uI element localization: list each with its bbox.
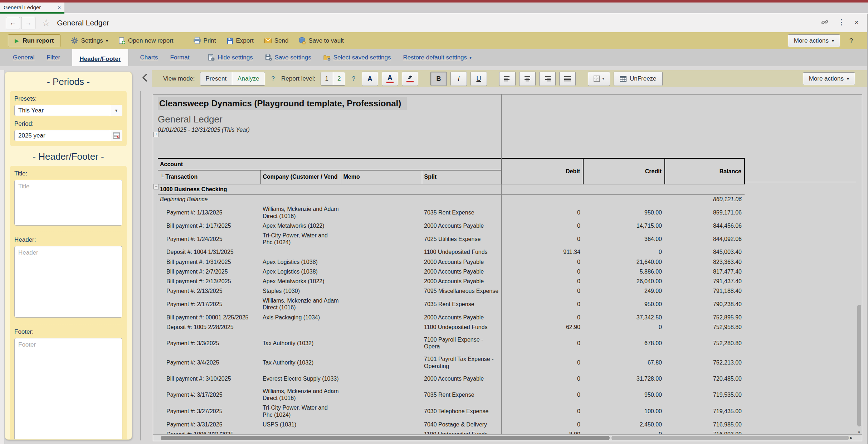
align-left-button[interactable] [499,72,516,86]
analyze-button[interactable]: Analyze [232,72,264,85]
tab-charts[interactable]: Charts [140,54,158,61]
table-row[interactable]: Bill payment #: 2/13/2025 Apex Metalwork… [158,276,745,286]
table-row[interactable]: Bill payment #: 1/31/2025 Apex Logistics… [158,257,745,267]
link-icon[interactable] [821,19,828,26]
send-button[interactable]: Send [264,37,289,44]
footer-input[interactable] [14,338,122,440]
cell-credit: 0 [583,247,665,257]
tab-filter[interactable]: Filter [47,54,60,61]
expand-toggle[interactable]: + [153,132,159,137]
table-row[interactable]: Bill payment #: 2/7/2025 Apex Logistics … [158,267,745,276]
report-level-2-button[interactable]: 2 [333,72,345,85]
table-row[interactable]: Payment #: 3/4/2025 Tax Authority (1032)… [158,354,745,371]
tree-corner-icon: └ [160,174,164,180]
align-center-button[interactable] [519,72,536,86]
restore-default-settings-link[interactable]: Restore default settings ▾ [403,54,472,61]
tab-general[interactable]: General [13,54,34,61]
view-mode-help[interactable]: ? [272,75,275,82]
cell-split: 7095 Miscellaneous Expense [422,286,502,296]
present-button[interactable]: Present [200,72,233,85]
hide-settings-link[interactable]: Hide settings [208,54,253,61]
run-report-button[interactable]: ▶ Run report [8,34,60,47]
unfreeze-button[interactable]: UnFreeze [614,72,663,86]
font-underline-color-button[interactable]: A [382,72,398,86]
open-new-report-button[interactable]: Open new report [119,37,174,44]
cell-transaction: Bill payment #: 2/13/2025 [158,276,260,286]
cell-company [260,184,341,194]
table-row[interactable]: Payment #: 3/31/2025 USPS (1031) 7040 Po… [158,420,745,429]
help-button[interactable]: ? [849,37,853,45]
pane-splitter[interactable] [140,91,141,440]
period-field[interactable]: 2025 year [14,130,122,141]
presets-select[interactable]: This Year ▾ [14,105,122,116]
table-row[interactable]: Payment #: 1/13/2025 Williams, Mckenzie … [158,204,745,221]
column-credit[interactable]: Credit [583,159,665,184]
column-transaction[interactable]: └Transaction [158,170,260,184]
collapse-toggle[interactable]: − [153,184,159,189]
table-row[interactable]: Payment #: 2/17/2025 Williams, Mckenzie … [158,296,745,312]
scroll-down-arrow[interactable]: ▼ [857,430,861,434]
align-justify-button[interactable] [559,72,576,86]
italic-button[interactable]: I [450,72,467,86]
scroll-right-arrow[interactable]: ▶ [850,436,853,440]
table-row[interactable]: Payment #: 3/3/2025 Tax Authority (1032)… [158,332,745,354]
highlight-color-button[interactable] [402,72,418,86]
table-row[interactable]: Payment #: 3/17/2025 Williams, Mckenzie … [158,386,745,403]
report-level-1-button[interactable]: 1 [321,72,333,85]
column-account[interactable]: Account [158,159,502,170]
font-color-button[interactable]: A [362,72,378,86]
column-memo[interactable]: Memo [341,170,422,184]
align-right-button[interactable] [539,72,556,86]
cell-company: Williams, Mckenzie and Adam Direct (1016… [260,204,341,221]
calendar-button[interactable] [110,130,122,141]
kebab-menu-icon[interactable]: ⋮ [838,18,845,26]
back-button[interactable]: ← [6,17,20,29]
more-actions-button[interactable]: More actions ▾ [788,34,840,47]
column-company[interactable]: Company (Customer / Vend [260,170,341,184]
close-icon[interactable]: × [854,18,859,26]
h-scroll-thumb[interactable] [161,436,610,440]
report-level-help[interactable]: ? [352,75,355,82]
tab-general-ledger[interactable]: General Ledger × [0,3,64,12]
save-settings-link[interactable]: Save settings [265,54,311,61]
column-debit[interactable]: Debit [502,159,583,184]
table-row[interactable]: Payment #: 2/13/2025 Staples (1030) 7095… [158,286,745,296]
cell-debit: 0 [502,286,583,296]
table-row[interactable]: Payment #: 1/24/2025 Tri-City Power, Wat… [158,231,745,247]
forward-button[interactable]: → [21,17,35,29]
borders-button[interactable]: ▾ [588,72,610,86]
table-row[interactable]: Deposit #: 1005 2/28/2025 1100 Undeposit… [158,322,745,332]
vault-database-icon [299,37,306,44]
tab-close-icon[interactable]: × [58,4,61,10]
column-balance[interactable]: Balance [665,159,745,184]
underline-button[interactable]: U [470,72,487,86]
column-split[interactable]: Split [422,170,502,184]
collapse-sidebar-button[interactable] [140,73,149,83]
export-button[interactable]: Export [227,37,254,44]
table-row[interactable]: Bill payment #: 00001 2/25/2025 Axis Pac… [158,313,745,322]
v-scroll-thumb[interactable] [857,305,861,426]
sidebar-scroll-track[interactable] [0,70,5,444]
table-row[interactable]: Deposit #: 1004 1/31/2025 1100 Undeposit… [158,247,745,257]
title-input[interactable] [14,180,122,226]
settings-menu-button[interactable]: Settings▾ [71,37,108,44]
table-row[interactable]: 1000 Business Checking [158,184,745,194]
new-report-icon [119,37,125,44]
print-button[interactable]: Print [194,37,216,44]
view-mode-label: View mode: [163,75,195,82]
report-more-actions-button[interactable]: More actions ▾ [803,72,855,85]
vertical-scrollbar[interactable]: ▼ [856,95,862,434]
h-scroll-thumb-secondary[interactable] [611,436,849,440]
bold-button[interactable]: B [430,72,447,86]
save-to-vault-button[interactable]: Save to vault [299,37,343,44]
table-row[interactable]: Bill payment #: 3/10/2025 Everest Electr… [158,371,745,386]
favorite-star-icon[interactable]: ☆ [42,17,50,29]
select-saved-settings-link[interactable]: Select saved settings [323,54,391,61]
tab-format[interactable]: Format [170,54,190,61]
table-row[interactable]: Bill payment #: 1/17/2025 Apex Metalwork… [158,221,745,231]
header-input[interactable] [14,246,122,318]
table-row[interactable]: Payment #: 3/27/2025 Tri-City Power, Wat… [158,403,745,419]
table-row[interactable]: Beginning Balance 860,121.06 [158,194,745,204]
presets-dropdown-button[interactable]: ▾ [110,105,122,116]
horizontal-scrollbar[interactable]: ▶ [153,434,862,441]
